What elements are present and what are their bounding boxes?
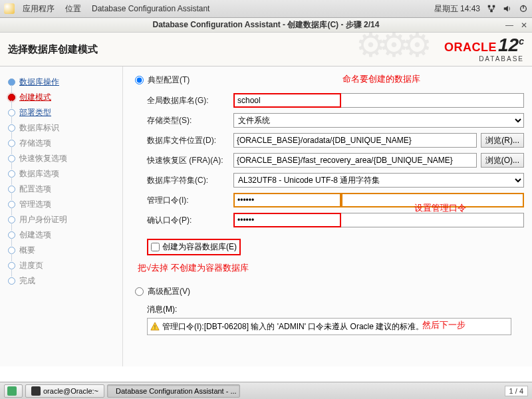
menu-places[interactable]: 位置	[65, 3, 81, 15]
dbfile-loc-label: 数据库文件位置(D):	[147, 135, 233, 146]
step-label: 完成	[19, 275, 35, 287]
dbfile-loc-input[interactable]	[233, 133, 477, 148]
step-13: 完成	[5, 273, 122, 289]
task-dbca[interactable]: Database Configuration Assistant - ...	[107, 384, 240, 398]
step-label: 数据库操作	[19, 76, 59, 88]
confirm-pw-input-rest[interactable]	[341, 213, 524, 227]
content-area: 典型配置(T) 命名要创建的数据库 全局数据库名(G): 存储类型(S): 文件…	[123, 66, 532, 366]
annotation-container: 把√去掉 不创建为容器数据库	[138, 262, 524, 274]
step-label: 概要	[19, 245, 35, 256]
step-label: 创建模式	[19, 92, 51, 103]
gears-decoration: ⚙⚙⚙	[356, 33, 426, 65]
step-sidebar: 数据库操作创建模式部署类型数据库标识存储选项快速恢复选项数据库选项配置选项管理选…	[0, 66, 123, 366]
browse-fra-button[interactable]: 浏览(O)...	[481, 153, 524, 168]
bottom-taskbar: oracle@Oracle:~ Database Configuration A…	[0, 382, 532, 399]
advanced-config-radio[interactable]	[135, 287, 144, 296]
global-db-input-rest[interactable]	[341, 93, 524, 108]
workspace-pager[interactable]: 1 / 4	[505, 386, 528, 396]
advanced-config-label: 高级配置(V)	[148, 286, 190, 297]
typical-config-radio[interactable]	[135, 76, 144, 84]
power-icon[interactable]	[519, 4, 528, 13]
warning-icon: !	[150, 322, 160, 331]
step-2[interactable]: 部署类型	[5, 105, 122, 120]
volume-icon[interactable]	[503, 4, 512, 13]
step-label: 快速恢复选项	[19, 153, 67, 164]
svg-rect-1	[493, 5, 495, 8]
minimize-button[interactable]: —	[505, 21, 513, 30]
step-7: 配置选项	[5, 182, 122, 197]
step-bullet-icon	[8, 277, 15, 285]
step-9: 用户身份证明	[5, 212, 122, 227]
menu-applications[interactable]: 应用程序	[23, 3, 55, 15]
confirm-pw-label: 确认口令(P):	[147, 215, 233, 226]
step-10: 创建选项	[5, 227, 122, 243]
warning-text: 管理口令(I):[DBT-06208] 输入的 'ADMIN' 口令未遵从 Or…	[162, 321, 424, 332]
step-label: 创建选项	[19, 229, 51, 241]
step-label: 用户身份证明	[19, 214, 67, 225]
network-icon[interactable]	[487, 4, 496, 13]
container-db-checkbox[interactable]	[151, 243, 160, 251]
step-0[interactable]: 数据库操作	[5, 74, 122, 90]
storage-type-select[interactable]: 文件系统	[233, 113, 524, 128]
confirm-pw-input[interactable]	[233, 213, 341, 227]
top-panel: 应用程序 位置 Database Configuration Assistant…	[0, 0, 532, 18]
active-window-title: Database Configuration Assistant	[92, 4, 209, 13]
step-label: 数据库标识	[19, 122, 59, 134]
step-label: 配置选项	[19, 184, 51, 195]
messages-label: 消息(M):	[147, 304, 524, 315]
show-desktop-button[interactable]	[4, 384, 23, 398]
admin-pw-input[interactable]	[233, 193, 341, 207]
step-label: 部署类型	[19, 107, 51, 118]
window-titlebar: Database Configuration Assistant - 创建数据库…	[0, 18, 532, 33]
svg-text:!: !	[154, 324, 156, 331]
messages-box: ! 管理口令(I):[DBT-06208] 输入的 'ADMIN' 口令未遵从 …	[147, 318, 511, 335]
charset-label: 数据库字符集(C):	[147, 175, 233, 186]
svg-rect-0	[488, 5, 491, 8]
step-8: 管理选项	[5, 197, 122, 212]
step-4: 存储选项	[5, 136, 122, 151]
step-11: 概要	[5, 243, 122, 258]
typical-config-label: 典型配置(T)	[148, 74, 190, 86]
clock: 星期五 14:43	[434, 3, 480, 15]
step-label: 数据库选项	[19, 168, 59, 180]
global-db-label: 全局数据库名(G):	[147, 95, 233, 106]
step-label: 存储选项	[19, 138, 51, 149]
step-1[interactable]: 创建模式	[5, 90, 122, 105]
step-label: 进度页	[19, 260, 43, 271]
step-3: 数据库标识	[5, 120, 122, 136]
global-db-input[interactable]	[233, 93, 341, 108]
step-label: 管理选项	[19, 199, 51, 210]
charset-select[interactable]: AL32UTF8 - Unicode UTF-8 通用字符集	[233, 173, 524, 188]
step-6: 数据库选项	[5, 166, 122, 182]
apps-icon[interactable]	[4, 3, 15, 14]
fra-input[interactable]	[233, 153, 477, 168]
window-title-text: Database Configuration Assistant - 创建数据库…	[153, 19, 380, 31]
close-button[interactable]: ✕	[520, 21, 528, 30]
fra-label: 快速恢复区 (FRA)(A):	[147, 155, 233, 166]
step-12: 进度页	[5, 258, 122, 273]
container-db-label: 创建为容器数据库(E)	[162, 241, 237, 253]
page-title: 选择数据库创建模式	[8, 43, 98, 56]
browse-dbfile-button[interactable]: 浏览(R)...	[481, 133, 524, 148]
storage-type-label: 存储类型(S):	[147, 115, 233, 126]
admin-pw-label: 管理口令(I):	[147, 195, 233, 206]
task-terminal[interactable]: oracle@Oracle:~	[25, 384, 104, 398]
banner: 选择数据库创建模式 ⚙⚙⚙ ORACLE12c DATABASE	[0, 33, 532, 66]
step-5: 快速恢复选项	[5, 151, 122, 166]
oracle-logo: ORACLE12c DATABASE	[444, 36, 524, 63]
